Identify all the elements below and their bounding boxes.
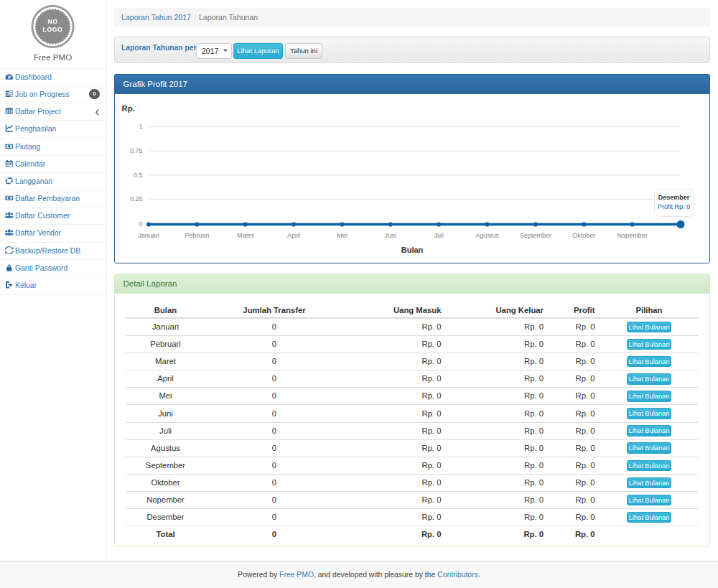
svg-text:Bulan: Bulan bbox=[401, 246, 423, 254]
svg-text:LOGO: LOGO bbox=[43, 26, 63, 33]
svg-text:Juni: Juni bbox=[384, 232, 396, 239]
svg-text:1: 1 bbox=[139, 123, 142, 130]
svg-text:0: 0 bbox=[139, 220, 142, 228]
svg-text:Agustus: Agustus bbox=[475, 232, 499, 239]
svg-text:Nopember: Nopember bbox=[617, 232, 647, 239]
svg-text:Juli: Juli bbox=[434, 232, 444, 239]
svg-text:Mei: Mei bbox=[337, 232, 348, 239]
svg-text:NO: NO bbox=[47, 18, 57, 25]
svg-text:Free PMO: Free PMO bbox=[34, 52, 72, 62]
svg-text:0.5: 0.5 bbox=[133, 171, 142, 178]
svg-text:April: April bbox=[287, 232, 300, 239]
svg-text:Januari: Januari bbox=[138, 232, 159, 239]
svg-text:Oktober: Oktober bbox=[572, 232, 595, 239]
svg-text:Rp.: Rp. bbox=[121, 103, 135, 112]
svg-text:0.25: 0.25 bbox=[129, 195, 142, 202]
svg-text:0.75: 0.75 bbox=[129, 146, 142, 154]
svg-text:September: September bbox=[519, 232, 551, 239]
svg-text:Maret: Maret bbox=[237, 232, 254, 239]
svg-text:Pebruari: Pebruari bbox=[185, 232, 209, 239]
